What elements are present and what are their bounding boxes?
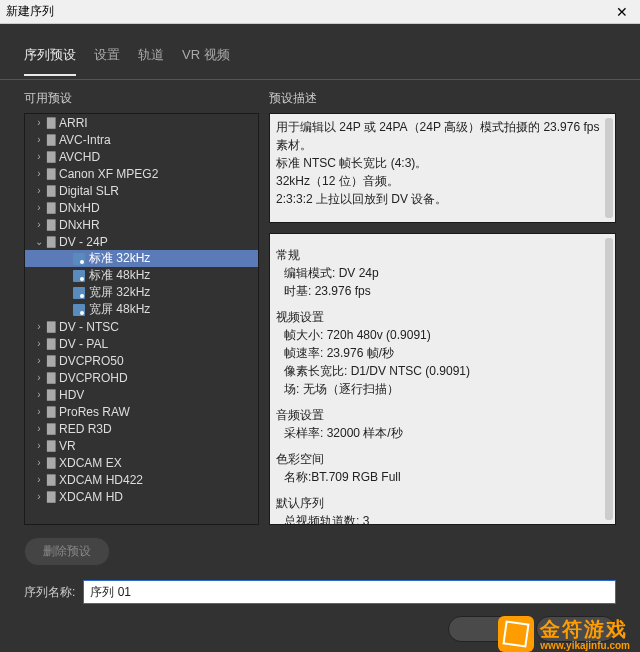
chevron-right-icon: › — [33, 406, 45, 417]
tree-item-label: 标准 48kHz — [89, 267, 150, 284]
tree-folder[interactable]: ›▇HDV — [25, 386, 258, 403]
dialog-title: 新建序列 — [6, 3, 54, 20]
desc-line: 编辑模式: DV 24p — [276, 264, 609, 282]
tree-folder[interactable]: ›▇RED R3D — [25, 420, 258, 437]
new-sequence-dialog: 新建序列 ✕ 序列预设设置轨道VR 视频 可用预设 ›▇ARRI›▇AVC-In… — [0, 0, 640, 652]
desc-line: 像素长宽比: D1/DV NTSC (0.9091) — [276, 362, 609, 380]
tree-item-label: RED R3D — [59, 422, 112, 436]
preset-icon — [73, 270, 85, 282]
tree-folder[interactable]: ›▇VR — [25, 437, 258, 454]
folder-icon: ▇ — [47, 337, 55, 350]
chevron-right-icon: › — [33, 168, 45, 179]
desc-line: 32kHz（12 位）音频。 — [276, 172, 609, 190]
description-summary: 用于编辑以 24P 或 24PA（24P 高级）模式拍摄的 23.976 fps… — [269, 113, 616, 223]
desc-line: 用于编辑以 24P 或 24PA（24P 高级）模式拍摄的 23.976 fps… — [276, 118, 609, 154]
chevron-right-icon: › — [33, 389, 45, 400]
tree-item-label: ARRI — [59, 116, 88, 130]
tree-item-label: ProRes RAW — [59, 405, 130, 419]
tree-item-label: 宽屏 48kHz — [89, 301, 150, 318]
folder-icon: ▇ — [47, 218, 55, 231]
folder-icon: ▇ — [47, 490, 55, 503]
desc-section-title: 默认序列 — [276, 494, 609, 512]
tree-folder[interactable]: ›▇Digital SLR — [25, 182, 258, 199]
sequence-name-input[interactable] — [83, 580, 616, 604]
chevron-right-icon: › — [33, 372, 45, 383]
preset-icon — [73, 304, 85, 316]
folder-icon: ▇ — [47, 354, 55, 367]
desc-line: 名称:BT.709 RGB Full — [276, 468, 609, 486]
desc-line: 总视频轨道数: 3 — [276, 512, 609, 525]
chevron-right-icon: › — [33, 491, 45, 502]
tree-item-label: Digital SLR — [59, 184, 119, 198]
chevron-right-icon: › — [33, 423, 45, 434]
desc-line: 时基: 23.976 fps — [276, 282, 609, 300]
preset-icon — [73, 253, 85, 265]
tree-folder[interactable]: ›▇Canon XF MPEG2 — [25, 165, 258, 182]
tree-preset[interactable]: 标准 48kHz — [25, 267, 258, 284]
desc-line: 场: 无场（逐行扫描） — [276, 380, 609, 398]
tree-folder[interactable]: ›▇ARRI — [25, 114, 258, 131]
tree-item-label: DV - PAL — [59, 337, 108, 351]
tree-item-label: HDV — [59, 388, 84, 402]
tree-item-label: XDCAM HD — [59, 490, 123, 504]
folder-icon: ▇ — [47, 235, 55, 248]
tree-folder[interactable]: ›▇DVCPROHD — [25, 369, 258, 386]
tree-folder[interactable]: ›▇XDCAM HD422 — [25, 471, 258, 488]
tab-tracks[interactable]: 轨道 — [138, 40, 164, 75]
folder-icon: ▇ — [47, 439, 55, 452]
tree-preset[interactable]: 宽屏 32kHz — [25, 284, 258, 301]
chevron-right-icon: › — [33, 338, 45, 349]
chevron-right-icon: › — [33, 202, 45, 213]
desc-line: 2:3:3:2 上拉以回放到 DV 设备。 — [276, 190, 609, 208]
chevron-right-icon: › — [33, 151, 45, 162]
folder-icon: ▇ — [47, 388, 55, 401]
folder-icon: ▇ — [47, 371, 55, 384]
ok-button[interactable] — [448, 616, 528, 642]
preset-icon — [73, 287, 85, 299]
desc-section-title: 常规 — [276, 246, 609, 264]
tree-item-label: XDCAM EX — [59, 456, 122, 470]
chevron-right-icon: › — [33, 219, 45, 230]
tree-item-label: DVCPROHD — [59, 371, 128, 385]
tree-folder[interactable]: ›▇DV - PAL — [25, 335, 258, 352]
tree-preset[interactable]: 宽屏 48kHz — [25, 301, 258, 318]
tree-item-label: 标准 32kHz — [89, 250, 150, 267]
close-button[interactable]: ✕ — [610, 4, 634, 20]
tree-folder[interactable]: ›▇XDCAM EX — [25, 454, 258, 471]
tree-preset[interactable]: 标准 32kHz — [25, 250, 258, 267]
tree-item-label: VR — [59, 439, 76, 453]
chevron-right-icon: › — [33, 321, 45, 332]
chevron-right-icon: › — [33, 355, 45, 366]
preset-tree[interactable]: ›▇ARRI›▇AVC-Intra›▇AVCHD›▇Canon XF MPEG2… — [24, 113, 259, 525]
description-details: 常规编辑模式: DV 24p时基: 23.976 fps视频设置帧大小: 720… — [269, 233, 616, 525]
tree-folder[interactable]: ›▇DNxHR — [25, 216, 258, 233]
tree-item-label: AVC-Intra — [59, 133, 111, 147]
tree-item-label: 宽屏 32kHz — [89, 284, 150, 301]
tab-settings[interactable]: 设置 — [94, 40, 120, 75]
tab-presets[interactable]: 序列预设 — [24, 40, 76, 76]
delete-preset-button[interactable]: 删除预设 — [24, 537, 110, 566]
tree-folder[interactable]: ›▇DVCPRO50 — [25, 352, 258, 369]
chevron-right-icon: › — [33, 440, 45, 451]
tree-item-label: DV - NTSC — [59, 320, 119, 334]
folder-icon: ▇ — [47, 320, 55, 333]
tree-folder[interactable]: ›▇AVCHD — [25, 148, 258, 165]
tree-item-label: AVCHD — [59, 150, 100, 164]
tree-folder[interactable]: ›▇ProRes RAW — [25, 403, 258, 420]
tree-item-label: XDCAM HD422 — [59, 473, 143, 487]
desc-line: 采样率: 32000 样本/秒 — [276, 424, 609, 442]
tree-folder[interactable]: ›▇DNxHD — [25, 199, 258, 216]
tree-folder[interactable]: ›▇XDCAM HD — [25, 488, 258, 505]
tree-folder[interactable]: ›▇AVC-Intra — [25, 131, 258, 148]
tree-item-label: DNxHR — [59, 218, 100, 232]
chevron-right-icon: › — [33, 457, 45, 468]
folder-icon: ▇ — [47, 167, 55, 180]
tree-folder[interactable]: ›▇DV - NTSC — [25, 318, 258, 335]
tree-folder[interactable]: ⌄▇DV - 24P — [25, 233, 258, 250]
cancel-button[interactable] — [536, 616, 616, 642]
tab-vr[interactable]: VR 视频 — [182, 40, 230, 75]
chevron-right-icon: › — [33, 185, 45, 196]
titlebar: 新建序列 ✕ — [0, 0, 640, 24]
tab-bar: 序列预设设置轨道VR 视频 — [0, 24, 640, 80]
folder-icon: ▇ — [47, 405, 55, 418]
